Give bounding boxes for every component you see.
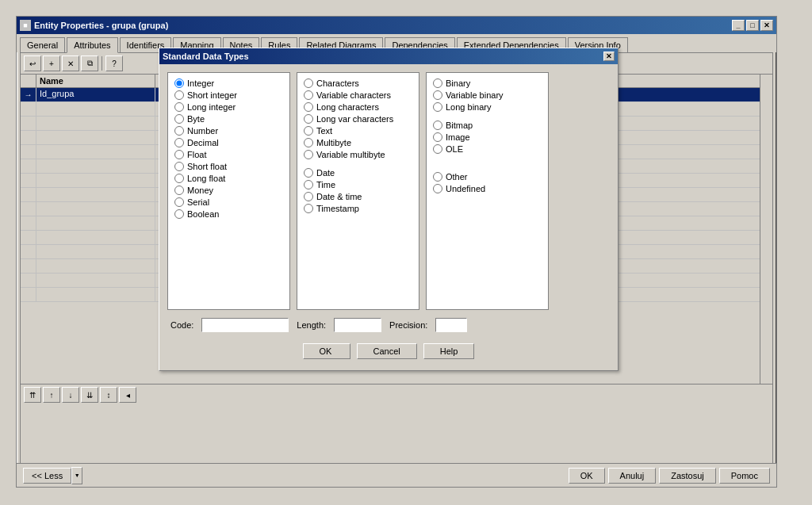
number-label[interactable]: Number [187,126,218,136]
tab-attributes[interactable]: Attributes [67,37,117,53]
ole-label[interactable]: OLE [446,144,463,154]
apply-button[interactable]: Zastosuj [659,468,716,484]
vertical-scrollbar[interactable] [760,75,772,384]
number-radio[interactable] [174,126,184,136]
list-item[interactable]: Characters [304,78,412,89]
length-input[interactable] [334,318,381,332]
list-item[interactable]: Number [174,125,283,136]
characters-radio[interactable] [304,78,313,88]
variable-multibyte-label[interactable]: Variable multibyte [316,150,385,159]
money-label[interactable]: Money [187,186,213,195]
list-item[interactable]: Byte [174,113,283,124]
short-float-radio[interactable] [174,162,184,171]
text-label[interactable]: Text [316,126,332,136]
boolean-label[interactable]: Boolean [187,209,219,219]
timestamp-label[interactable]: Timestamp [316,204,359,213]
minimize-button[interactable]: _ [732,20,745,31]
binary-label[interactable]: Binary [446,78,470,88]
boolean-radio[interactable] [174,209,184,219]
close-button[interactable]: ✕ [760,20,773,31]
list-item[interactable]: Money [174,185,283,196]
list-item[interactable]: Text [304,125,412,136]
list-item[interactable]: Date & time [304,191,412,202]
date-time-label[interactable]: Date & time [316,192,362,201]
multibyte-label[interactable]: Multibyte [316,138,351,147]
time-radio[interactable] [304,180,313,189]
less-dropdown-btn[interactable]: ▼ [71,467,82,484]
list-item[interactable]: Undefined [433,183,542,194]
long-var-characters-radio[interactable] [304,114,313,124]
precision-input[interactable] [435,318,467,332]
move-up-btn[interactable]: ↑ [43,387,60,403]
move-down-btn[interactable]: ↓ [62,387,79,403]
other-radio[interactable] [433,172,442,182]
date-label[interactable]: Date [316,168,335,178]
toolbar-add-btn[interactable]: + [43,55,60,71]
list-item[interactable]: Variable binary [433,90,542,101]
long-binary-label[interactable]: Long binary [446,102,492,112]
date-radio[interactable] [304,168,313,178]
integer-label[interactable]: Integer [187,78,214,88]
list-item[interactable]: Time [304,179,412,190]
dialog-help-button[interactable]: Help [423,343,475,359]
list-item[interactable]: Image [433,132,542,143]
variable-binary-label[interactable]: Variable binary [446,90,504,100]
dialog-cancel-button[interactable]: Cancel [357,343,417,359]
toolbar-back-btn[interactable]: ↩ [24,55,41,71]
multibyte-radio[interactable] [304,138,313,147]
characters-label[interactable]: Characters [316,78,359,88]
list-item[interactable]: Bitmap [433,120,542,131]
undefined-label[interactable]: Undefined [446,184,485,193]
list-item[interactable]: Long characters [304,101,412,113]
short-float-label[interactable]: Short float [187,162,227,171]
serial-radio[interactable] [174,197,184,207]
text-radio[interactable] [304,126,313,136]
decimal-radio[interactable] [174,138,184,147]
list-item[interactable]: Short integer [174,90,283,101]
list-item[interactable]: Date [304,167,412,178]
bitmap-radio[interactable] [433,121,442,130]
less-button[interactable]: << Less [23,468,71,484]
list-item[interactable]: Boolean [174,209,283,220]
toolbar-help-btn[interactable]: ? [105,55,123,71]
list-item[interactable]: Multibyte [304,137,412,148]
toolbar-copy-btn[interactable]: ⧉ [81,55,98,71]
image-radio[interactable] [433,132,442,142]
timestamp-radio[interactable] [304,204,313,213]
list-item[interactable]: Serial [174,197,283,208]
dialog-ok-button[interactable]: OK [303,343,350,359]
short-integer-label[interactable]: Short integer [187,90,237,100]
list-item[interactable]: Long integer [174,101,283,113]
help-button[interactable]: Pomoc [719,468,770,484]
short-integer-radio[interactable] [174,90,184,100]
long-float-label[interactable]: Long float [187,174,225,183]
ole-radio[interactable] [433,144,442,154]
toolbar-del-btn[interactable]: ✕ [62,55,79,71]
scroll-left-btn[interactable]: ◂ [119,387,136,403]
list-item[interactable]: Integer [174,78,283,89]
integer-radio[interactable] [174,78,184,88]
float-label[interactable]: Float [187,150,206,159]
variable-characters-radio[interactable] [304,90,313,100]
variable-multibyte-radio[interactable] [304,150,313,159]
move-top-btn[interactable]: ⇈ [24,387,41,403]
variable-binary-radio[interactable] [433,90,442,100]
float-radio[interactable] [174,150,184,159]
code-input[interactable] [201,318,289,332]
list-item[interactable]: Long float [174,173,283,184]
maximize-button[interactable]: □ [746,20,759,31]
list-item[interactable]: Variable multibyte [304,149,412,160]
list-item[interactable]: Binary [433,78,542,89]
serial-label[interactable]: Serial [187,197,209,207]
list-item[interactable]: Timestamp [304,203,412,214]
list-item[interactable]: OLE [433,143,542,155]
long-characters-label[interactable]: Long characters [316,102,379,112]
byte-radio[interactable] [174,114,184,124]
date-time-radio[interactable] [304,192,313,201]
list-item[interactable]: Decimal [174,137,283,148]
move-bottom-btn[interactable]: ⇊ [81,387,98,403]
list-item[interactable]: Short float [174,161,283,172]
variable-characters-label[interactable]: Variable characters [316,90,391,100]
dialog-close-button[interactable]: ✕ [603,52,615,61]
list-item[interactable]: Long binary [433,101,542,113]
